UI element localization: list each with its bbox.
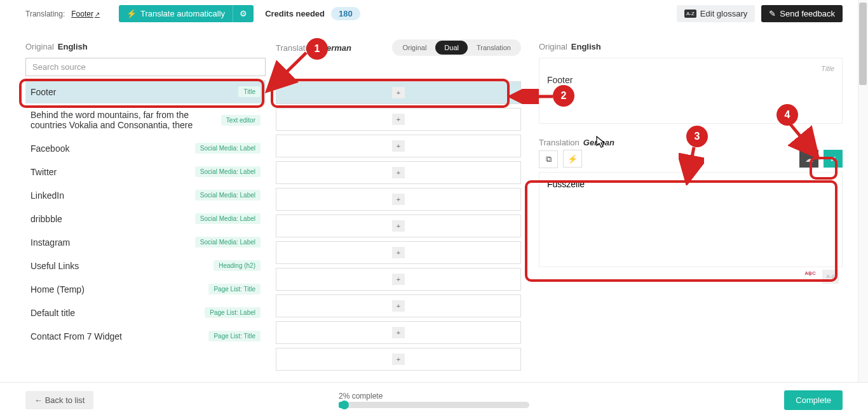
confirm-translation-button[interactable]: ✓ [824, 150, 843, 168]
cloud-icon: ☁ [805, 154, 813, 164]
spellcheck-icon[interactable]: ABC ˇ [802, 270, 818, 284]
send-feedback-label: Send feedback [780, 9, 835, 18]
detail-panel: Original English Title Footer Translatio… [530, 30, 843, 382]
source-row[interactable]: TwitterSocial Media: Label [25, 160, 266, 183]
source-row[interactable]: Default titlePage List: Label [25, 301, 266, 324]
translation-header: Translation German [276, 43, 351, 53]
translating-link-text: Footer [71, 10, 93, 18]
source-row-badge: Social Media: Label [195, 237, 261, 248]
plus-icon: + [392, 300, 405, 312]
back-label: Back to list [45, 395, 85, 405]
translate-automatically-button[interactable]: ⚡ Translate automatically [119, 5, 233, 22]
plus-icon: + [392, 354, 405, 365]
source-row-badge: Page List: Label [205, 307, 261, 318]
source-row-badge: Social Media: Label [195, 190, 261, 201]
edit-glossary-label: Edit glossary [700, 9, 747, 18]
source-row-badge: Text editor [221, 115, 261, 126]
progress-indicator: 2% complete [339, 392, 529, 408]
translation-cell[interactable]: + [276, 295, 521, 317]
gear-icon: ⚙ [240, 9, 247, 18]
glossary-lookup-icon[interactable]: A-Z [822, 270, 839, 284]
copy-source-button[interactable]: ⧉ [539, 150, 558, 168]
source-row[interactable]: Home (Temp)Page List: Title [25, 277, 266, 301]
detail-original-lang: English [571, 42, 601, 51]
translating-link[interactable]: Footer↗ [71, 10, 100, 18]
edit-glossary-button[interactable]: A-Z Edit glossary [677, 5, 755, 22]
search-input[interactable] [25, 58, 266, 76]
source-row-badge: Social Media: Label [195, 143, 261, 154]
plus-icon: + [392, 114, 405, 125]
translate-auto-label: Translate automatically [140, 9, 225, 18]
source-row-text: Behind the word mountains, far from the … [31, 110, 196, 130]
source-row[interactable]: FooterTitle [25, 80, 266, 103]
translation-cell[interactable]: + [276, 268, 521, 291]
source-row-text: Default title [31, 308, 75, 318]
translation-cell[interactable]: + [276, 135, 521, 157]
source-row-text: Facebook [31, 143, 69, 154]
back-to-list-button[interactable]: ← Back to list [25, 391, 93, 409]
translation-cell[interactable]: + [276, 161, 521, 184]
plus-icon: + [392, 274, 405, 285]
detail-translation-label: Translation [539, 138, 580, 147]
source-row-text: Home (Temp) [31, 284, 85, 295]
view-toggle-dual[interactable]: Dual [435, 41, 468, 55]
credits-needed-value: 180 [331, 7, 360, 20]
original-column: Original English FooterTitleBehind the w… [25, 30, 266, 382]
complete-button[interactable]: Complete [784, 390, 843, 410]
source-row-badge: Heading (h2) [214, 260, 261, 271]
original-header: Original English [25, 30, 266, 58]
plus-icon: + [392, 220, 405, 232]
detail-original-text: Footer [539, 72, 842, 123]
source-row[interactable]: LinkedInSocial Media: Label [25, 183, 266, 207]
plus-icon: + [392, 247, 405, 258]
progress-label: 2% complete [339, 392, 529, 400]
detail-original-badge: Title [821, 65, 834, 72]
source-row-badge: Title [238, 86, 261, 97]
auto-translate-button[interactable]: ⚡ [563, 150, 582, 168]
send-feedback-button[interactable]: ✎ Send feedback [761, 5, 843, 22]
translation-cell[interactable]: + [276, 108, 521, 131]
translation-header-label: Translation [276, 43, 316, 53]
plus-icon: + [392, 327, 405, 338]
translation-cell[interactable]: + [276, 81, 521, 104]
upload-button[interactable]: ☁ [799, 150, 818, 168]
source-row[interactable]: dribbbleSocial Media: Label [25, 207, 266, 230]
detail-translation-lang: German [583, 138, 614, 147]
translation-header-lang: German [320, 43, 351, 53]
translation-cell[interactable]: + [276, 348, 521, 371]
source-row-text: LinkedIn [31, 190, 64, 201]
glossary-icon: A-Z [684, 10, 696, 18]
source-row[interactable]: Useful LinksHeading (h2) [25, 254, 266, 277]
progress-knob [340, 400, 349, 409]
main-panel: Original English FooterTitleBehind the w… [0, 30, 868, 382]
source-row[interactable]: FacebookSocial Media: Label [25, 136, 266, 160]
translation-cell[interactable]: + [276, 241, 521, 264]
check-icon: ✓ [830, 154, 837, 164]
translation-cell[interactable]: + [276, 215, 521, 237]
translation-rows-list: +++++++++++ [276, 79, 521, 382]
translate-auto-group: ⚡ Translate automatically ⚙ [119, 5, 254, 22]
source-row-text: Twitter [31, 167, 57, 177]
source-row-text: Contact From 7 Widget [31, 331, 122, 341]
translation-footer-tools: ABC ˇ A-Z [539, 267, 843, 284]
source-row[interactable]: Behind the word mountains, far from the … [25, 103, 266, 136]
original-header-lang: English [58, 42, 88, 51]
external-link-icon: ↗ [95, 11, 100, 18]
plus-icon: + [392, 87, 405, 98]
copy-icon: ⧉ [546, 154, 552, 164]
arrow-left-icon: ← [34, 395, 43, 405]
top-toolbar: Translating: Footer↗ ⚡ Translate automat… [0, 0, 868, 28]
translation-cell[interactable]: + [276, 321, 521, 344]
view-toggle-translation[interactable]: Translation [468, 41, 520, 55]
translation-cell[interactable]: + [276, 188, 521, 211]
source-row[interactable]: Contact From 7 WidgetPage List: Title [25, 324, 266, 348]
translate-settings-button[interactable]: ⚙ [233, 5, 254, 22]
view-toggle-original[interactable]: Original [393, 41, 435, 55]
source-row[interactable]: InstagramSocial Media: Label [25, 230, 266, 254]
translation-textarea[interactable] [539, 172, 843, 267]
view-mode-toggle: Original Dual Translation [392, 39, 521, 56]
source-row-text: dribbble [31, 214, 62, 224]
detail-translation-header: Translation German [539, 130, 843, 150]
detail-original-header: Original English [539, 30, 843, 58]
source-row-badge: Page List: Title [208, 331, 261, 341]
